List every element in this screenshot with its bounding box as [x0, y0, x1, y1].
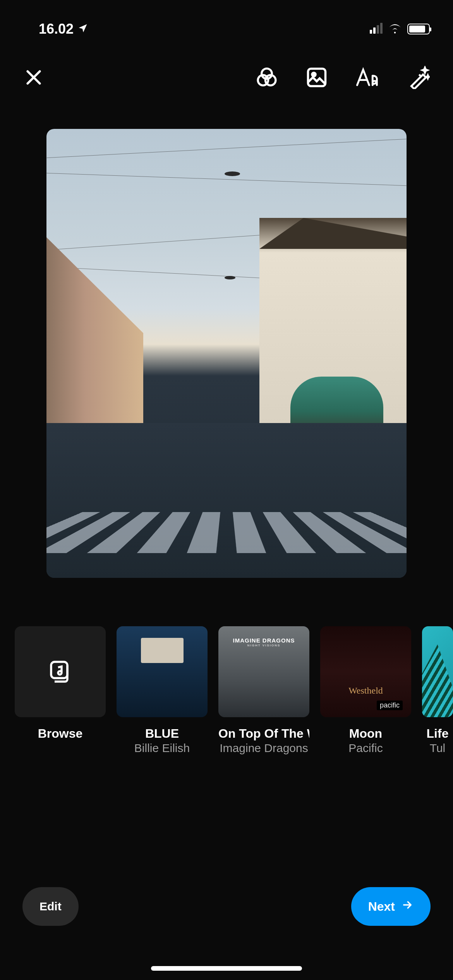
music-note-icon	[46, 657, 74, 687]
image-preview[interactable]	[46, 129, 407, 578]
track-title: Life	[427, 726, 449, 741]
album-cover	[117, 626, 208, 717]
svg-point-4	[312, 73, 316, 76]
track-title: On Top Of The World	[218, 726, 309, 741]
svg-rect-3	[308, 69, 326, 86]
browse-music-cover	[15, 626, 106, 717]
time-text: 16.02	[39, 21, 74, 37]
next-button[interactable]: Next	[351, 887, 431, 926]
toolbar-actions	[256, 66, 430, 90]
text-icon	[355, 66, 379, 90]
close-button[interactable]	[23, 67, 44, 89]
track-artist: Pacific	[348, 742, 383, 755]
album-cover: IMAGINE DRAGONS NIGHT VISIONS	[218, 626, 309, 717]
edit-button[interactable]: Edit	[22, 887, 79, 926]
magic-wand-icon	[407, 66, 430, 90]
next-label: Next	[368, 899, 395, 914]
home-indicator[interactable]	[151, 966, 302, 971]
music-track-on-top[interactable]: IMAGINE DRAGONS NIGHT VISIONS On Top Of …	[218, 626, 309, 755]
filters-icon	[256, 66, 278, 90]
wifi-icon	[388, 23, 402, 35]
track-title: Moon	[349, 726, 382, 741]
location-icon	[77, 21, 88, 37]
effects-button[interactable]	[407, 66, 430, 90]
track-artist: Imagine Dragons	[220, 742, 308, 755]
bottom-action-bar: Edit Next	[0, 887, 453, 926]
status-indicators	[370, 23, 430, 35]
track-title: BLUE	[145, 726, 179, 741]
status-bar: 16.02	[0, 0, 453, 46]
arrow-right-icon	[401, 899, 414, 914]
music-suggestions-row[interactable]: Browse BLUE Billie Eilish IMAGINE DRAGON…	[0, 626, 453, 755]
text-button[interactable]	[355, 66, 379, 90]
browse-music-button[interactable]: Browse	[15, 626, 106, 755]
music-track-blue[interactable]: BLUE Billie Eilish	[117, 626, 208, 755]
close-icon	[23, 67, 44, 89]
album-cover: Westheld pacific	[320, 626, 411, 717]
track-artist: Billie Eilish	[134, 742, 190, 755]
music-track-moon[interactable]: Westheld pacific Moon Pacific	[320, 626, 411, 755]
battery-icon	[407, 24, 430, 34]
album-cover	[422, 626, 453, 717]
music-track-life[interactable]: Life Tul	[422, 626, 453, 755]
status-time: 16.02	[39, 21, 88, 37]
top-toolbar	[0, 46, 453, 106]
cellular-signal-icon	[370, 24, 383, 34]
track-artist: Tul	[430, 742, 446, 755]
browse-label: Browse	[38, 726, 83, 741]
image-button[interactable]	[305, 66, 328, 90]
svg-rect-5	[51, 662, 67, 678]
image-icon	[305, 66, 328, 90]
filters-button[interactable]	[256, 66, 278, 90]
